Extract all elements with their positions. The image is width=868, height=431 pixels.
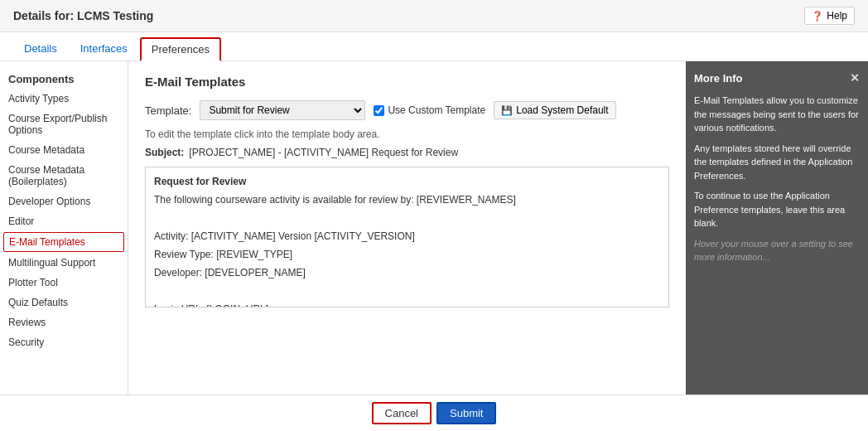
cancel-button[interactable]: Cancel — [372, 402, 432, 424]
template-body[interactable]: Request for Review The following coursew… — [145, 167, 669, 308]
sidebar-item-email-templates[interactable]: E-Mail Templates — [3, 232, 124, 252]
submit-button[interactable]: Submit — [436, 402, 496, 424]
bottom-bar: Cancel Submit — [0, 395, 868, 424]
template-line-1 — [154, 211, 660, 225]
subject-label: Subject: — [145, 147, 184, 158]
use-custom-template-text: Use Custom Template — [388, 104, 485, 116]
sidebar-item-reviews[interactable]: Reviews — [0, 312, 128, 332]
sidebar-section-label: Components — [0, 68, 128, 89]
template-body-title: Request for Review — [154, 176, 660, 187]
template-line-5 — [154, 283, 660, 298]
main-content: Components Activity Types Course Export/… — [0, 61, 868, 424]
subject-row: Subject: [PROJECT_NAME] - [ACTIVITY_NAME… — [145, 147, 669, 158]
help-button[interactable]: Help — [804, 7, 855, 25]
tab-preferences[interactable]: Preferences — [140, 37, 221, 61]
more-info-panel: More Info ✕ E-Mail Templates allow you t… — [686, 61, 868, 424]
sidebar-item-course-export[interactable]: Course Export/Publish Options — [0, 109, 128, 140]
more-info-close-button[interactable]: ✕ — [850, 70, 860, 87]
sidebar-item-course-metadata[interactable]: Course Metadata — [0, 140, 128, 160]
more-info-p2: To continue to use the Application Prefe… — [694, 189, 860, 230]
template-row: Template: Submit for Review Approval Req… — [145, 100, 669, 120]
tab-interfaces[interactable]: Interfaces — [70, 37, 138, 61]
sidebar-item-developer-options[interactable]: Developer Options — [0, 191, 128, 211]
sidebar-item-activity-types[interactable]: Activity Types — [0, 89, 128, 109]
sidebar-item-security[interactable]: Security — [0, 332, 128, 352]
subject-value: [PROJECT_NAME] - [ACTIVITY_NAME] Request… — [189, 147, 458, 158]
template-line-0: The following courseware activity is ava… — [154, 192, 660, 207]
more-info-header: More Info ✕ — [694, 70, 860, 87]
sidebar-item-plotter-tool[interactable]: Plotter Tool — [0, 273, 128, 293]
more-info-footer: Hover your mouse over a setting to see m… — [694, 237, 860, 264]
template-line-4: Developer: [DEVELOPER_NAME] — [154, 265, 660, 280]
help-label: Help — [827, 10, 847, 22]
question-icon — [812, 10, 823, 22]
template-line-6: Login URL: [LOGIN_URL] — [154, 302, 660, 308]
top-bar: Details for: LCMS Testing Help — [0, 0, 868, 32]
template-line-3: Review Type: [REVIEW_TYPE] — [154, 247, 660, 262]
page-title: Details for: LCMS Testing — [13, 9, 153, 22]
sidebar-item-editor[interactable]: Editor — [0, 211, 128, 231]
use-custom-template-checkbox[interactable] — [374, 105, 384, 116]
load-system-default-button[interactable]: Load System Default — [494, 101, 615, 119]
sidebar: Components Activity Types Course Export/… — [0, 61, 128, 424]
template-label: Template: — [145, 104, 191, 117]
floppy-icon — [501, 104, 513, 116]
tab-details[interactable]: Details — [13, 37, 68, 61]
template-line-2: Activity: [ACTIVITY_NAME] Version [ACTIV… — [154, 229, 660, 244]
sidebar-item-multilingual[interactable]: Multilingual Support — [0, 253, 128, 273]
more-info-p1: Any templates stored here will override … — [694, 142, 860, 183]
template-select[interactable]: Submit for Review Approval Request Revie… — [200, 100, 365, 120]
more-info-p0: E-Mail Templates allow you to customize … — [694, 94, 860, 135]
edit-note: To edit the template click into the temp… — [145, 128, 669, 140]
tabs-bar: Details Interfaces Preferences — [0, 32, 868, 61]
content-area: E-Mail Templates Template: Submit for Re… — [128, 61, 686, 424]
use-custom-template-label[interactable]: Use Custom Template — [374, 104, 485, 116]
sidebar-item-course-metadata-bp[interactable]: Course Metadata (Boilerplates) — [0, 160, 128, 191]
content-title: E-Mail Templates — [145, 75, 669, 89]
more-info-title: More Info — [694, 70, 743, 87]
load-system-default-label: Load System Default — [516, 104, 608, 116]
sidebar-item-quiz-defaults[interactable]: Quiz Defaults — [0, 293, 128, 312]
